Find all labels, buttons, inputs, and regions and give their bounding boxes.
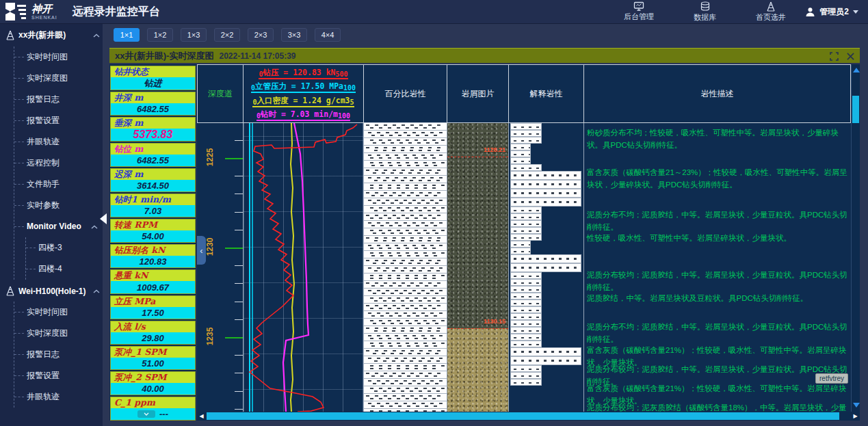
horizontal-scrollbar[interactable]: ◀ ▶ xyxy=(197,412,860,421)
lith-percent-row xyxy=(364,311,447,319)
sidebar-item-实时深度图[interactable]: 实时深度图 xyxy=(14,68,103,89)
depth-minor-tick xyxy=(235,409,243,410)
lith-chip xyxy=(510,234,542,241)
lith-chip xyxy=(510,263,581,272)
sidebar-item-报警设置[interactable]: 报警设置 xyxy=(14,110,103,131)
sidebar-item-井眼轨迹[interactable]: 井眼轨迹 xyxy=(14,386,103,408)
sidebar-item-井眼轨迹[interactable]: 井眼轨迹 xyxy=(14,131,103,152)
well-node-1[interactable]: Wei-H100(Hole-1) xyxy=(0,280,103,302)
lith-percent-row xyxy=(364,176,447,183)
scroll-left-arrow[interactable]: ◀ xyxy=(197,412,206,421)
well-node-0[interactable]: xx井(新井眼) xyxy=(0,23,103,46)
param-value: 6482.55 xyxy=(111,155,195,166)
lith-chip xyxy=(510,347,581,356)
lithology-description: 富含灰质（碳酸钙含量21～23%）；性较硬，吸水性、可塑性中等。岩屑呈块状，少量… xyxy=(587,167,848,191)
scroll-right-arrow[interactable]: ▶ xyxy=(851,412,860,421)
layout-button-1x2[interactable]: 1×2 xyxy=(147,28,173,42)
lith-chip xyxy=(510,379,542,386)
chart-collapse-tab[interactable]: ‹ xyxy=(197,236,206,265)
param-value-text: 54.00 xyxy=(142,231,164,241)
layout-button-1x1[interactable]: 1×1 xyxy=(114,28,140,42)
lith-percent-row xyxy=(364,341,447,349)
cuttings-photo-tan xyxy=(447,328,508,412)
parameter-panel: 钻井状态钻进井深 m6482.55垂深 m5373.83钻位 m6482.55迟… xyxy=(109,64,196,421)
param-dropdown-button[interactable] xyxy=(137,410,155,418)
sidebar-item-实时参数[interactable]: 实时参数 xyxy=(14,195,103,216)
lith-percent-row xyxy=(364,364,447,371)
sidebar-item-实时深度图[interactable]: 实时深度图 xyxy=(14,323,103,344)
vertical-scrollbar[interactable] xyxy=(851,64,860,412)
depth-minor-tick xyxy=(235,230,243,230)
lith-chip xyxy=(510,180,581,189)
sidebar-item-文件助手[interactable]: 文件助手 xyxy=(14,174,103,195)
lith-percent-row xyxy=(364,138,447,146)
curves-svg xyxy=(244,123,364,412)
vertical-scroll-thumb[interactable] xyxy=(852,96,859,123)
lith-chip xyxy=(510,130,542,137)
nav-item-label: 数据库 xyxy=(694,12,716,23)
expand-icon[interactable] xyxy=(830,52,839,61)
depth-minor-tick xyxy=(235,176,243,176)
lithology-description: 性较硬，吸水性、可塑性中等。岩屑呈碎块状，少量块状。 xyxy=(587,232,848,245)
user-menu[interactable]: 管理员2 xyxy=(805,0,858,23)
col-header-lithology-description: 岩性描述 xyxy=(583,64,851,123)
sidebar-item-报警日志[interactable]: 报警日志 xyxy=(14,344,103,365)
nav-item-well-select[interactable]: 首页选井 xyxy=(756,1,786,23)
depth-minor-tick xyxy=(235,265,243,266)
well-tree: 实时时间图实时深度图报警日志报警设置井眼轨迹 xyxy=(14,302,103,408)
inlet-density-curve xyxy=(291,123,294,412)
depth-tick-label: 1235 xyxy=(205,323,215,350)
lith-percent-row xyxy=(364,183,447,191)
param-card: 钻位 m6482.55 xyxy=(110,143,196,167)
sidebar-item-报警日志[interactable]: 报警日志 xyxy=(14,89,103,110)
depth-major-tick xyxy=(225,337,243,338)
sidebar-item-实时时间图[interactable]: 实时时间图 xyxy=(14,46,103,68)
group-tree: 四楼-3四楼-4 xyxy=(25,237,103,280)
user-name: 管理员2 xyxy=(819,6,849,18)
app-root: 神开 SHENKAI 远程录井监控平台 后台管理数据库首页选井 管理员2 xx井… xyxy=(0,0,868,426)
nav-item-backend[interactable]: 后台管理 xyxy=(624,1,654,22)
close-icon[interactable] xyxy=(847,53,854,60)
database-icon xyxy=(700,1,710,12)
horizontal-scroll-thumb[interactable] xyxy=(207,412,839,420)
brand-name-en: SHENKAI xyxy=(31,15,57,20)
lith-percent-row xyxy=(364,123,447,131)
lith-percent-row xyxy=(364,243,447,251)
interpreted-lithology-column xyxy=(509,123,584,412)
sidebar-item-四楼-3[interactable]: 四楼-3 xyxy=(26,237,103,258)
lithology-description: 泥质胶结，中等。岩屑呈块状及豆粒状。具PDC钻头切削特征。 xyxy=(587,293,848,305)
sidebar-item-实时时间图[interactable]: 实时时间图 xyxy=(14,302,103,323)
sidebar-item-报警设置[interactable]: 报警设置 xyxy=(14,365,103,386)
curve-legend: 0钻压 = 120.83 kN5000立管压力 = 17.50 MPa1000入… xyxy=(243,64,364,123)
scroll-down-arrow[interactable] xyxy=(853,403,860,408)
depth-minor-tick xyxy=(235,302,243,302)
param-value-text: 29.80 xyxy=(142,333,164,343)
param-card: 钻井状态钻进 xyxy=(110,66,196,90)
lith-chip xyxy=(510,372,542,379)
layout-button-1x3[interactable]: 1×3 xyxy=(181,28,207,42)
param-value-text: 7.03 xyxy=(144,206,161,216)
lith-chip xyxy=(510,272,542,279)
sidebar-group-Monitor Video[interactable]: Monitor Video xyxy=(14,216,103,237)
layout-button-2x2[interactable]: 2×2 xyxy=(214,28,240,42)
param-value-text: --- xyxy=(159,409,168,419)
lith-chip xyxy=(510,327,542,334)
param-value: 120.83 xyxy=(111,256,195,267)
page-title: 远程录井监控平台 xyxy=(73,5,160,19)
sidebar-item-远程控制[interactable]: 远程控制 xyxy=(14,152,103,174)
lith-percent-row xyxy=(364,161,447,168)
param-value-text: 钻进 xyxy=(144,77,162,90)
layout-button-4x4[interactable]: 4×4 xyxy=(315,28,341,42)
layout-button-2x3[interactable]: 2×3 xyxy=(248,28,274,42)
nav-item-database[interactable]: 数据库 xyxy=(694,1,716,23)
lith-percent-row xyxy=(364,379,447,386)
param-panel-collapse-pointer[interactable] xyxy=(100,213,107,224)
lith-chip xyxy=(510,313,542,320)
caret-up-icon xyxy=(91,225,98,229)
sidebar-item-四楼-4[interactable]: 四楼-4 xyxy=(26,258,103,280)
legend-max: 500 xyxy=(336,70,348,78)
scroll-up-arrow[interactable] xyxy=(853,68,860,72)
layout-button-3x3[interactable]: 3×3 xyxy=(281,28,307,42)
lith-chip xyxy=(510,248,531,254)
panel-timestamp: 2022-11-14 17:05:39 xyxy=(219,51,295,61)
